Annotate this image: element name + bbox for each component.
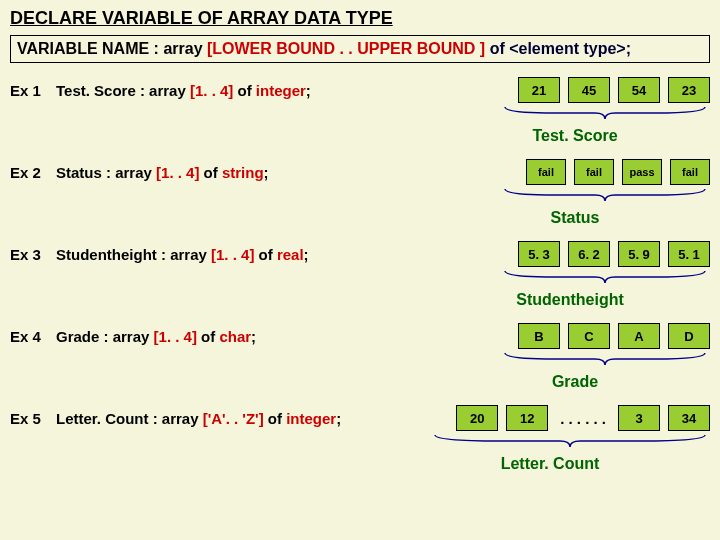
ex4-section: Ex 4 Grade : array [1. . 4] of char; B C… xyxy=(10,323,710,391)
array-cell: 12 xyxy=(506,405,548,431)
ex3-section: Ex 3 Studentheight : array [1. . 4] of r… xyxy=(10,241,710,309)
array-cell: 45 xyxy=(568,77,610,103)
ex5-label: Ex 5 xyxy=(10,410,56,427)
ex4-decl: Grade : array [1. . 4] of char; xyxy=(56,328,518,345)
array-cell: 34 xyxy=(668,405,710,431)
array-cell: fail xyxy=(670,159,710,185)
brace-icon xyxy=(500,269,710,285)
brace-icon xyxy=(500,351,710,367)
ex1-cells: 21 45 54 23 xyxy=(518,77,710,103)
ex5-name: Letter. Count xyxy=(56,410,149,427)
ex3-caption: Studentheight xyxy=(10,291,710,309)
ex2-prefix: : array xyxy=(102,164,156,181)
ex3-semi: ; xyxy=(304,246,309,263)
ex4-name: Grade xyxy=(56,328,99,345)
ex2-label: Ex 2 xyxy=(10,164,56,181)
array-cell: 3 xyxy=(618,405,660,431)
ex2-decl: Status : array [1. . 4] of string; xyxy=(56,164,526,181)
syntax-box: VARIABLE NAME : array [LOWER BOUND . . U… xyxy=(10,35,710,63)
array-cell: 54 xyxy=(618,77,660,103)
ex1-label: Ex 1 xyxy=(10,82,56,99)
ex5-section: Ex 5 Letter. Count : array ['A'. . 'Z'] … xyxy=(10,405,710,473)
ex5-decl: Letter. Count : array ['A'. . 'Z'] of in… xyxy=(56,410,341,427)
ex4-caption: Grade xyxy=(10,373,710,391)
ex1-bounds: [1. . 4] xyxy=(190,82,233,99)
ex2-type: string xyxy=(222,164,264,181)
ex1-type: integer xyxy=(256,82,306,99)
array-cell: 5. 3 xyxy=(518,241,560,267)
syntax-bounds: [LOWER BOUND . . UPPER BOUND ] xyxy=(207,40,485,57)
ex5-of: of xyxy=(264,410,287,427)
ex3-bounds: [1. . 4] xyxy=(211,246,254,263)
array-cell: fail xyxy=(526,159,566,185)
array-cell: A xyxy=(618,323,660,349)
ex5-bounds: ['A'. . 'Z'] xyxy=(203,410,264,427)
ex3-of: of xyxy=(254,246,277,263)
ex3-prefix: : array xyxy=(157,246,211,263)
syntax-array-kw: array xyxy=(163,40,207,57)
ex1-name: Test. Score xyxy=(56,82,136,99)
ex1-decl: Test. Score : array [1. . 4] of integer; xyxy=(56,82,518,99)
ex5-cells: 20 12 . . . . . . 3 34 xyxy=(456,405,710,431)
ex3-label: Ex 3 xyxy=(10,246,56,263)
brace-icon xyxy=(500,105,710,121)
ex2-semi: ; xyxy=(264,164,269,181)
ex5-type: integer xyxy=(286,410,336,427)
array-cell: 6. 2 xyxy=(568,241,610,267)
ex4-prefix: : array xyxy=(99,328,153,345)
ex1-prefix: : array xyxy=(136,82,190,99)
brace-icon xyxy=(500,187,710,203)
ex3-name: Studentheight xyxy=(56,246,157,263)
ex1-of: of xyxy=(233,82,256,99)
ex2-of: of xyxy=(199,164,222,181)
ex1-section: Ex 1 Test. Score : array [1. . 4] of int… xyxy=(10,77,710,145)
ex1-semi: ; xyxy=(306,82,311,99)
ex2-section: Ex 2 Status : array [1. . 4] of string; … xyxy=(10,159,710,227)
array-cell: pass xyxy=(622,159,662,185)
ex2-bounds: [1. . 4] xyxy=(156,164,199,181)
ex3-cells: 5. 3 6. 2 5. 9 5. 1 xyxy=(518,241,710,267)
ex4-semi: ; xyxy=(251,328,256,345)
ex4-of: of xyxy=(197,328,220,345)
array-cell: 5. 1 xyxy=(668,241,710,267)
array-cell: B xyxy=(518,323,560,349)
ex2-name: Status xyxy=(56,164,102,181)
ex5-prefix: : array xyxy=(149,410,203,427)
array-cell: C xyxy=(568,323,610,349)
array-cell: 23 xyxy=(668,77,710,103)
array-cell: 21 xyxy=(518,77,560,103)
page-title: DECLARE VARIABLE OF ARRAY DATA TYPE xyxy=(10,8,710,29)
brace-icon xyxy=(430,433,710,449)
ex4-label: Ex 4 xyxy=(10,328,56,345)
array-cell: fail xyxy=(574,159,614,185)
syntax-varname: VARIABLE NAME xyxy=(17,40,149,57)
ex1-caption: Test. Score xyxy=(10,127,710,145)
ex4-cells: B C A D xyxy=(518,323,710,349)
syntax-of-elem: of <element type>; xyxy=(485,40,631,57)
ex3-decl: Studentheight : array [1. . 4] of real; xyxy=(56,246,518,263)
ex4-type: char xyxy=(219,328,251,345)
array-cell: 20 xyxy=(456,405,498,431)
array-cell: 5. 9 xyxy=(618,241,660,267)
array-cell: D xyxy=(668,323,710,349)
ex5-caption: Letter. Count xyxy=(10,455,710,473)
syntax-colon: : xyxy=(149,40,163,57)
ex2-cells: fail fail pass fail xyxy=(526,159,710,185)
ex3-type: real xyxy=(277,246,304,263)
ex4-bounds: [1. . 4] xyxy=(154,328,197,345)
ellipsis: . . . . . . xyxy=(556,410,610,427)
ex5-semi: ; xyxy=(336,410,341,427)
ex2-caption: Status xyxy=(10,209,710,227)
